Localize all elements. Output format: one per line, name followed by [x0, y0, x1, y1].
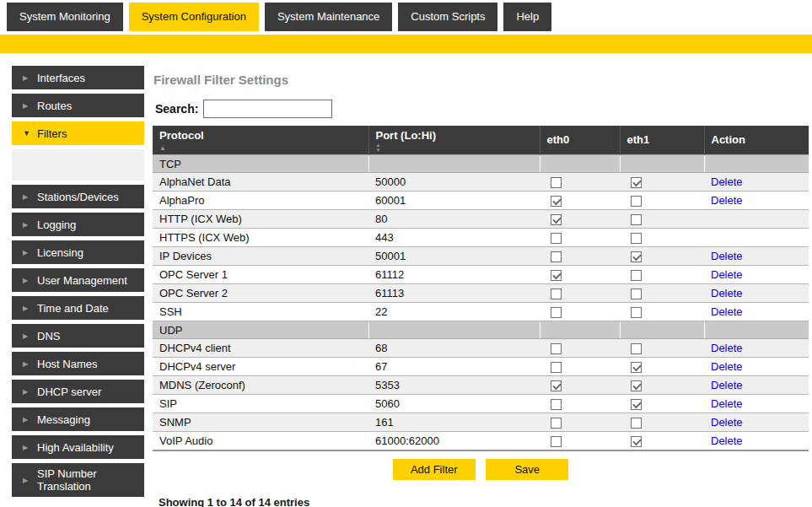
eth1-checkbox[interactable] [631, 214, 642, 225]
chevron-right-icon: ▶ [23, 332, 37, 340]
chevron-right-icon: ▶ [23, 388, 37, 396]
filter-row: VoIP Audio61000:62000Delete [153, 432, 809, 450]
delete-link[interactable]: Delete [711, 434, 743, 447]
eth0-checkbox[interactable] [551, 380, 562, 391]
action-cell: Delete [704, 173, 809, 191]
protocol-cell: SIP [153, 395, 368, 413]
eth0-checkbox[interactable] [551, 307, 562, 318]
sidebar-item-routes[interactable]: ▶Routes [12, 94, 144, 117]
sidebar-item-filters[interactable]: ▼Filters [12, 121, 144, 145]
sidebar-item-high-availability[interactable]: ▶High Availability [12, 435, 144, 459]
column-header-protocol[interactable]: Protocol▲ [153, 126, 368, 155]
firewall-filter-table: Protocol▲Port (Lo:Hi)▲▼eth0eth1Action TC… [153, 126, 809, 451]
add-filter-button[interactable]: Add Filter [393, 459, 476, 480]
eth1-checkbox[interactable] [631, 436, 642, 447]
sidebar-item-dhcp-server[interactable]: ▶DHCP server [12, 380, 144, 403]
delete-link[interactable]: Delete [711, 360, 743, 373]
delete-link[interactable]: Delete [711, 287, 743, 299]
eth1-cell [620, 358, 704, 376]
eth0-checkbox[interactable] [551, 214, 562, 225]
delete-link[interactable]: Delete [711, 305, 743, 318]
action-cell [704, 229, 809, 247]
group-empty-cell [704, 321, 809, 339]
eth1-cell [620, 284, 704, 303]
delete-link[interactable]: Delete [711, 416, 743, 429]
eth1-checkbox[interactable] [631, 380, 642, 391]
eth0-checkbox[interactable] [551, 270, 562, 281]
eth0-checkbox[interactable] [551, 177, 562, 188]
eth1-checkbox[interactable] [631, 177, 642, 188]
group-empty-cell [620, 155, 704, 173]
eth0-cell [540, 191, 620, 210]
column-header-eth0: eth0 [540, 126, 620, 155]
tab-system-maintenance[interactable]: System Maintenance [265, 3, 392, 31]
eth0-checkbox[interactable] [551, 251, 562, 262]
sidebar-item-logging[interactable]: ▶Logging [12, 213, 144, 236]
protocol-cell: OPC Server 1 [153, 266, 368, 284]
eth0-cell [540, 395, 620, 413]
sort-unsorted-icon: ▲▼ [376, 143, 540, 153]
tab-system-monitoring[interactable]: System Monitoring [7, 3, 123, 31]
eth1-checkbox[interactable] [631, 196, 642, 207]
search-label: Search: [155, 102, 198, 116]
sidebar-item-interfaces[interactable]: ▶Interfaces [12, 66, 144, 89]
eth0-checkbox[interactable] [551, 289, 562, 299]
delete-link[interactable]: Delete [711, 342, 743, 354]
eth0-checkbox[interactable] [551, 343, 562, 354]
eth1-checkbox[interactable] [631, 233, 642, 244]
delete-link[interactable]: Delete [711, 175, 743, 188]
eth1-checkbox[interactable] [631, 418, 642, 429]
delete-link[interactable]: Delete [711, 250, 743, 262]
delete-link[interactable]: Delete [711, 397, 743, 410]
eth1-checkbox[interactable] [631, 362, 642, 373]
eth0-checkbox[interactable] [551, 436, 562, 447]
eth0-checkbox[interactable] [551, 362, 562, 373]
chevron-right-icon: ▶ [23, 277, 37, 284]
eth0-cell [540, 376, 620, 395]
delete-link[interactable]: Delete [711, 268, 743, 281]
port-cell: 22 [368, 303, 540, 321]
sidebar-item-user-management[interactable]: ▶User Management [12, 268, 144, 292]
filter-row: HTTP (ICX Web)80 [153, 210, 809, 229]
eth1-checkbox[interactable] [631, 399, 642, 410]
eth1-cell [620, 229, 704, 247]
eth0-checkbox[interactable] [551, 399, 562, 410]
protocol-cell: HTTP (ICX Web) [153, 210, 368, 229]
eth1-checkbox[interactable] [631, 289, 642, 299]
tab-custom-scripts[interactable]: Custom Scripts [398, 3, 497, 31]
filter-row: MDNS (Zeroconf)5353Delete [153, 376, 809, 395]
port-cell: 61112 [368, 266, 540, 284]
filter-row: SIP5060Delete [153, 395, 809, 413]
eth1-checkbox[interactable] [631, 343, 642, 354]
eth1-checkbox[interactable] [631, 270, 642, 281]
tab-system-configuration[interactable]: System Configuration [129, 3, 259, 31]
eth1-checkbox[interactable] [631, 307, 642, 318]
sidebar-item-sip-number-translation[interactable]: ▶SIP Number Translation [12, 463, 144, 497]
column-header-port-lo-hi[interactable]: Port (Lo:Hi)▲▼ [368, 126, 540, 155]
sidebar-item-dns[interactable]: ▶DNS [12, 324, 144, 348]
sidebar-item-stations-devices[interactable]: ▶Stations/Devices [12, 185, 144, 208]
tab-help[interactable]: Help [503, 3, 551, 31]
eth0-checkbox[interactable] [551, 233, 562, 244]
eth0-checkbox[interactable] [551, 418, 562, 429]
sidebar-item-licensing[interactable]: ▶Licensing [12, 240, 144, 264]
protocol-cell: AlphaPro [153, 191, 368, 210]
eth1-checkbox[interactable] [631, 251, 642, 262]
eth0-checkbox[interactable] [551, 196, 562, 207]
protocol-cell: VoIP Audio [153, 432, 368, 450]
chevron-right-icon: ▶ [23, 444, 37, 451]
save-button[interactable]: Save [486, 459, 568, 480]
chevron-right-icon: ▶ [23, 477, 37, 484]
protocol-cell: SNMP [153, 413, 368, 432]
filter-row: AlphaPro60001Delete [153, 191, 809, 210]
sidebar-item-host-names[interactable]: ▶Host Names [12, 352, 144, 375]
search-input[interactable] [203, 100, 332, 118]
action-cell [704, 210, 809, 229]
delete-link[interactable]: Delete [711, 194, 743, 207]
port-cell: 443 [368, 229, 540, 247]
eth1-cell [620, 173, 704, 191]
sidebar-item-messaging[interactable]: ▶Messaging [12, 407, 144, 431]
chevron-right-icon: ▶ [23, 360, 37, 368]
sidebar-item-time-and-date[interactable]: ▶Time and Date [12, 296, 144, 320]
delete-link[interactable]: Delete [711, 379, 743, 391]
